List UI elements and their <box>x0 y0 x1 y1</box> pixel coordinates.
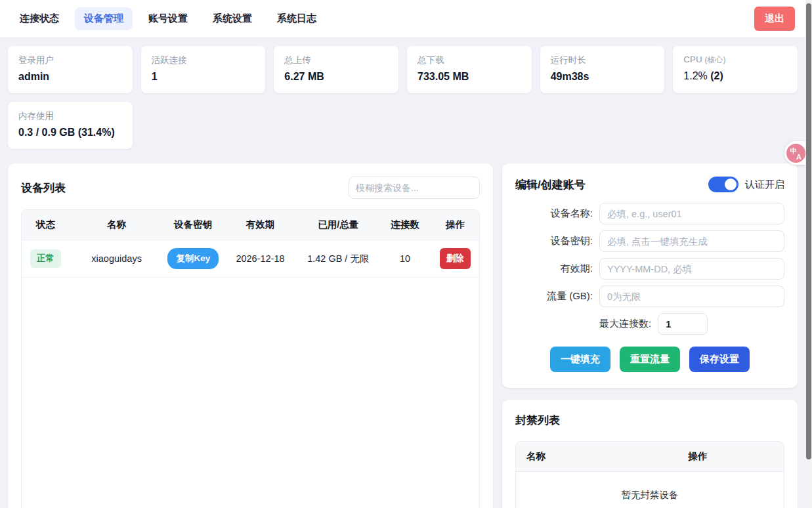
device-name-label: 设备名称: <box>551 207 593 220</box>
form-row-max-connections: 最大连接数: <box>599 313 784 335</box>
stat-card-memory: 内存使用 0.3 / 0.9 GB (31.4%) <box>8 102 133 149</box>
ban-col-action: 操作 <box>688 450 773 463</box>
col-usage: 已用/总量 <box>297 210 379 240</box>
traffic-field[interactable] <box>599 286 784 307</box>
form-row-expiry: 有效期: <box>515 258 784 280</box>
col-actions: 操作 <box>431 210 479 240</box>
cell-device-key: 复制Key <box>163 240 223 277</box>
stat-label-text: CPU <box>683 54 702 64</box>
stat-label: 登录用户 <box>18 54 122 66</box>
ban-list-panel: 封禁列表 名称 操作 暂无封禁设备 <box>502 400 798 508</box>
table-row: 正常 xiaoguidays 复制Key 2026-12-18 1.42 GB … <box>22 240 479 278</box>
stat-value: 733.05 MB <box>417 71 521 83</box>
cell-connections: 10 <box>379 245 431 272</box>
expiry-label: 有效期: <box>561 263 593 275</box>
form-row-device-name: 设备名称: <box>515 203 784 224</box>
col-name: 名称 <box>70 210 163 240</box>
tab-system-settings[interactable]: 系统设置 <box>203 7 261 30</box>
col-expiry: 有效期 <box>223 210 298 240</box>
max-connections-field[interactable] <box>658 313 708 335</box>
stat-label: 总上传 <box>284 54 388 66</box>
delete-button[interactable]: 删除 <box>440 248 471 269</box>
editor-header: 编辑/创建账号 认证开启 <box>515 177 784 192</box>
main-content: 设备列表 状态 名称 设备密钥 有效期 已用/总量 连接数 操作 正常 xiao… <box>0 149 805 508</box>
form-row-traffic: 流量 (GB): <box>515 286 784 307</box>
copy-key-button[interactable]: 复制Key <box>167 248 219 269</box>
device-key-label: 设备密钥: <box>551 235 593 247</box>
auth-toggle-label: 认证开启 <box>745 179 784 191</box>
translate-icon-a: A <box>796 153 801 161</box>
cell-status: 正常 <box>22 242 70 276</box>
stat-value-percent: 1.2% <box>683 70 710 81</box>
stat-value: 6.27 MB <box>284 71 388 83</box>
translate-icon: 中 A <box>786 144 805 163</box>
col-status: 状态 <box>22 210 70 240</box>
editor-title: 编辑/创建账号 <box>515 177 586 192</box>
auto-fill-button[interactable]: 一键填充 <box>550 347 610 372</box>
col-connections: 连接数 <box>379 210 431 240</box>
tab-connection-status[interactable]: 连接状态 <box>11 7 68 30</box>
stat-value: 1.2% (2) <box>683 70 787 82</box>
device-list-header: 设备列表 <box>21 177 480 199</box>
tab-system-logs[interactable]: 系统日志 <box>268 7 326 30</box>
stat-label: 总下载 <box>417 54 521 66</box>
right-column: 编辑/创建账号 认证开启 设备名称: 设备密钥: 有效期: <box>502 163 798 508</box>
ban-list-title: 封禁列表 <box>515 413 784 428</box>
cell-usage: 1.42 GB / 无限 <box>297 245 379 273</box>
stat-card-cpu: CPU (核心) 1.2% (2) <box>673 46 798 93</box>
auth-toggle-knob <box>725 179 737 190</box>
ban-table: 名称 操作 暂无封禁设备 <box>515 441 784 508</box>
device-table: 状态 名称 设备密钥 有效期 已用/总量 连接数 操作 正常 xiaoguida… <box>21 209 480 508</box>
max-connections-label: 最大连接数: <box>599 318 651 330</box>
translate-button[interactable]: 中 A <box>784 141 805 165</box>
save-settings-button[interactable]: 保存设置 <box>689 347 750 372</box>
stat-card-uptime: 运行时长 49m38s <box>540 46 665 93</box>
auth-toggle[interactable] <box>708 177 738 192</box>
stat-label: 活跃连接 <box>152 54 255 66</box>
stat-card-login-user: 登录用户 admin <box>8 46 133 93</box>
reset-traffic-button[interactable]: 重置流量 <box>620 347 680 372</box>
stat-value: 49m38s <box>551 71 654 83</box>
ban-table-header: 名称 操作 <box>516 442 784 472</box>
stat-value-cores: (2) <box>710 70 723 81</box>
tab-account-settings[interactable]: 账号设置 <box>139 7 197 30</box>
stat-card-active-connections: 活跃连接 1 <box>141 46 266 93</box>
cell-expiry: 2026-12-18 <box>223 245 298 272</box>
stat-label: 内存使用 <box>18 110 122 122</box>
topbar: 连接状态 设备管理 账号设置 系统设置 系统日志 退出 <box>0 0 805 38</box>
editor-buttons: 一键填充 重置流量 保存设置 <box>515 347 784 372</box>
device-list-title: 设备列表 <box>21 180 66 196</box>
stat-card-total-upload: 总上传 6.27 MB <box>274 46 398 93</box>
stat-value: 1 <box>152 71 255 83</box>
stat-value: 0.3 / 0.9 GB (31.4%) <box>18 127 122 138</box>
scrollbar-track[interactable] <box>805 0 812 508</box>
status-badge: 正常 <box>30 249 61 268</box>
stat-value: admin <box>18 71 122 83</box>
ban-empty-text: 暂无封禁设备 <box>516 472 784 508</box>
device-name-field[interactable] <box>599 203 784 224</box>
account-editor-panel: 编辑/创建账号 认证开启 设备名称: 设备密钥: 有效期: <box>502 163 798 388</box>
device-key-field[interactable] <box>599 230 784 252</box>
traffic-label: 流量 (GB): <box>547 290 593 303</box>
cell-name: xiaoguidays <box>70 245 163 272</box>
device-table-header: 状态 名称 设备密钥 有效期 已用/总量 连接数 操作 <box>22 210 479 240</box>
tab-device-management[interactable]: 设备管理 <box>75 7 133 30</box>
scrollbar-thumb[interactable] <box>806 3 811 459</box>
stats-grid: 登录用户 admin 活跃连接 1 总上传 6.27 MB 总下载 733.05… <box>0 38 805 149</box>
col-device-key: 设备密钥 <box>163 210 223 240</box>
stat-label: CPU (核心) <box>683 54 787 66</box>
auth-toggle-group: 认证开启 <box>708 177 784 192</box>
logout-button[interactable]: 退出 <box>754 7 795 31</box>
cell-actions: 删除 <box>431 240 479 277</box>
device-list-panel: 设备列表 状态 名称 设备密钥 有效期 已用/总量 连接数 操作 正常 xiao… <box>8 163 493 508</box>
stat-label-suffix: (核心) <box>705 55 726 64</box>
form-row-device-key: 设备密钥: <box>515 230 784 252</box>
ban-col-name: 名称 <box>526 450 688 463</box>
stat-card-total-download: 总下载 733.05 MB <box>407 46 532 93</box>
main-nav: 连接状态 设备管理 账号设置 系统设置 系统日志 <box>11 7 326 30</box>
expiry-field[interactable] <box>599 258 784 280</box>
device-search-input[interactable] <box>349 177 480 199</box>
stat-label: 运行时长 <box>551 54 654 66</box>
